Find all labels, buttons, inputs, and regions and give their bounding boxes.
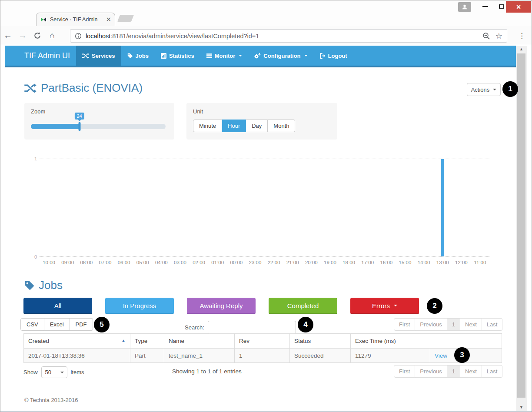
url-path: :8181/enovia/admin/service/view/lastComp… — [110, 33, 259, 40]
jobs-heading-label: Jobs — [39, 279, 63, 292]
chevron-down-icon — [239, 55, 242, 56]
page-first-button[interactable]: First — [394, 365, 415, 378]
nav-item-configuration[interactable]: Configuration — [248, 46, 313, 66]
page-last-button[interactable]: Last — [482, 365, 503, 378]
filter-errors-button[interactable]: Errors — [350, 298, 419, 314]
page-title: PartBasic (ENOVIA) — [24, 81, 143, 95]
tab-title: Service · TIF Admin — [50, 17, 103, 23]
page-previous-button[interactable]: Previous — [415, 365, 447, 378]
slider-handle[interactable] — [78, 122, 80, 131]
unit-button-group: Minute Hour Day Month — [193, 120, 295, 132]
forward-icon[interactable]: → — [15, 30, 30, 40]
unit-button-day[interactable]: Day — [246, 120, 268, 132]
chevron-down-icon — [60, 372, 64, 373]
page-last-button[interactable]: Last — [482, 318, 503, 331]
table-header-row: Created▲ Type Name Rev Status Exec Time … — [24, 334, 502, 349]
column-header-name[interactable]: Name — [164, 334, 235, 349]
filter-completed-button[interactable]: Completed — [269, 298, 337, 314]
home-icon[interactable]: ⌂ — [45, 30, 60, 40]
column-header-type[interactable]: Type — [130, 334, 164, 349]
nav-item-services[interactable]: Services — [76, 46, 121, 66]
url-text: localhost:8181/enovia/admin/service/view… — [86, 33, 479, 40]
x-tick-label: 21:00 — [283, 260, 302, 265]
zoom-slider[interactable]: 24 — [31, 124, 166, 129]
back-icon[interactable]: ← — [0, 30, 15, 40]
scrollbar-thumb[interactable] — [517, 53, 525, 398]
column-header-exec-time[interactable]: Exec Time (ms) — [351, 334, 430, 349]
page-scrollbar[interactable]: ▲ ▼ — [516, 46, 527, 412]
x-tick-label: 19:00 — [321, 260, 339, 265]
x-tick-label: 01:00 — [208, 260, 227, 265]
browser-tab[interactable]: Service · TIF Admin ✕ — [36, 13, 115, 26]
zoom-label: Zoom — [31, 108, 45, 115]
x-tick-label: 04:00 — [152, 260, 171, 265]
page-previous-button[interactable]: Previous — [415, 318, 447, 331]
page-number-button[interactable]: 1 — [447, 365, 460, 378]
reload-icon[interactable] — [30, 32, 45, 40]
unit-button-hour[interactable]: Hour — [222, 120, 246, 132]
x-tick-label: 06:00 — [115, 260, 133, 265]
nav-item-logout[interactable]: Logout — [314, 46, 353, 66]
unit-button-month[interactable]: Month — [268, 120, 295, 132]
jobs-table: Created▲ Type Name Rev Status Exec Time … — [23, 333, 502, 363]
scroll-up-icon[interactable]: ▲ — [516, 46, 527, 53]
close-button[interactable]: ✕ — [506, 1, 531, 13]
browser-menu-icon[interactable]: ⋮ — [518, 31, 525, 40]
address-bar[interactable]: localhost:8181/enovia/admin/service/view… — [70, 29, 507, 43]
column-header-status[interactable]: Status — [290, 334, 351, 349]
export-csv-button[interactable]: CSV — [20, 318, 44, 331]
x-tick-label: 07:00 — [96, 260, 114, 265]
page-length-select[interactable]: 50 — [41, 366, 67, 378]
export-pdf-button[interactable]: PDF — [70, 318, 93, 331]
service-name: PartBasic (ENOVIA) — [41, 81, 143, 95]
tif-favicon — [40, 16, 47, 23]
column-header-actions — [430, 334, 502, 349]
browser-profile-button[interactable] — [458, 2, 471, 12]
nav-label: Configuration — [263, 53, 300, 59]
pagination-bottom: First Previous 1 Next Last — [394, 365, 502, 378]
jobs-chart: 1 0 10:0009:0008:0007:0006:0005:0004:000… — [40, 159, 489, 257]
nav-item-statistics[interactable]: Statistics — [155, 46, 200, 66]
new-tab-button[interactable] — [117, 15, 134, 22]
person-icon — [462, 4, 468, 10]
minimize-icon — [482, 6, 488, 7]
column-header-rev[interactable]: Rev — [235, 334, 290, 349]
window-frame-bottom — [0, 411, 532, 412]
tab-close-icon[interactable]: ✕ — [106, 16, 111, 23]
actions-button[interactable]: Actions — [467, 83, 501, 96]
copyright-text: © Technia 2013-2016 — [24, 397, 78, 403]
filter-in-progress-button[interactable]: In Progress — [105, 298, 174, 314]
sort-asc-icon: ▲ — [121, 338, 126, 343]
search-input[interactable] — [208, 321, 296, 334]
x-tick-label: 13:00 — [433, 260, 452, 265]
export-excel-button[interactable]: Excel — [44, 318, 70, 331]
filter-label: Errors — [372, 302, 390, 309]
column-header-created[interactable]: Created▲ — [24, 334, 130, 349]
cell-exec-time: 11279 — [351, 349, 430, 363]
pagination-top: First Previous 1 Next Last — [394, 318, 502, 331]
unit-button-minute[interactable]: Minute — [193, 120, 222, 132]
chart-bar[interactable] — [441, 159, 444, 256]
view-link[interactable]: View — [435, 352, 447, 359]
zoom-out-icon[interactable] — [482, 32, 490, 40]
nav-label: Services — [92, 53, 115, 59]
page-first-button[interactable]: First — [394, 318, 415, 331]
minimize-button[interactable] — [477, 0, 493, 13]
filter-label: Awaiting Reply — [200, 302, 243, 309]
browser-window: ✕ Service · TIF Admin ✕ ← → ⌂ localhost:… — [0, 0, 532, 412]
x-tick-label: 20:00 — [302, 260, 321, 265]
cell-status: Succeeded — [290, 349, 351, 363]
scroll-down-icon[interactable]: ▼ — [516, 404, 527, 411]
bookmark-star-icon[interactable]: ☆ — [495, 31, 502, 41]
x-tick-label: 03:00 — [171, 260, 190, 265]
gears-icon — [254, 53, 261, 59]
x-tick-label: 10:00 — [40, 260, 58, 265]
page-next-button[interactable]: Next — [460, 318, 482, 331]
zoom-panel: Zoom 24 — [24, 103, 174, 140]
nav-item-jobs[interactable]: Jobs — [121, 46, 155, 66]
filter-awaiting-reply-button[interactable]: Awaiting Reply — [187, 298, 256, 314]
page-number-button[interactable]: 1 — [447, 318, 460, 331]
filter-all-button[interactable]: All — [23, 298, 92, 314]
page-next-button[interactable]: Next — [460, 365, 482, 378]
nav-item-monitor[interactable]: Monitor — [200, 46, 249, 66]
